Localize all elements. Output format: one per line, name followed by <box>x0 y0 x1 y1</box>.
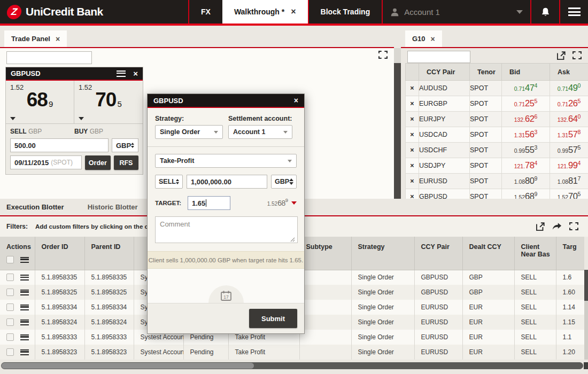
side-stepper[interactable]: SELL <box>155 175 183 189</box>
settlement-account-select[interactable]: Account 1 <box>228 125 292 139</box>
row-checkbox[interactable] <box>6 348 14 356</box>
row-checkbox[interactable] <box>6 318 14 326</box>
notifications-button[interactable] <box>531 0 559 24</box>
vertical-scrollbar[interactable] <box>584 270 588 360</box>
quote-ask[interactable]: 121.994 <box>550 158 588 174</box>
row-menu-icon[interactable] <box>20 349 29 355</box>
row-checkbox[interactable] <box>6 333 14 341</box>
quote-ask[interactable]: 0.71490 <box>550 81 588 96</box>
quote-ask[interactable]: 132.640 <box>550 112 588 127</box>
remove-row-icon[interactable]: × <box>406 112 419 127</box>
vertical-scrollbar[interactable] <box>394 48 401 199</box>
column-header-dealt-ccy[interactable]: Dealt CCY <box>462 237 514 270</box>
row-checkbox[interactable] <box>6 274 14 281</box>
ask-tile[interactable]: 1.52 705 <box>74 81 143 123</box>
remove-row-icon[interactable]: × <box>406 143 419 158</box>
horizontal-scrollbar[interactable] <box>1 362 583 369</box>
value-date-field[interactable]: 09/11/2015 (SPOT) <box>10 155 82 169</box>
remove-row-icon[interactable]: × <box>406 189 419 199</box>
quote-row[interactable]: ×EURGBPSPOT0.712550.71265 <box>406 96 588 112</box>
close-icon[interactable]: × <box>431 35 435 43</box>
quote-bid[interactable]: 1.08809 <box>502 174 550 189</box>
quote-row[interactable]: ×EURUSDSPOT1.088091.08817 <box>406 174 588 189</box>
order-ccy-stepper[interactable]: GBP <box>271 175 297 189</box>
quote-bid[interactable]: 0.71255 <box>502 96 550 112</box>
close-icon[interactable]: × <box>291 7 296 16</box>
main-menu-button[interactable] <box>560 0 588 24</box>
fullscreen-button[interactable] <box>569 222 578 231</box>
quote-bid[interactable]: 132.626 <box>502 112 550 127</box>
scrollbar-thumb[interactable] <box>2 363 254 369</box>
account-selector[interactable]: Account 1 <box>383 0 530 24</box>
column-header-tenor[interactable]: Tenor <box>470 64 502 81</box>
quote-bid[interactable]: 121.784 <box>502 158 550 174</box>
comment-textarea[interactable] <box>155 216 298 243</box>
column-header-subtype[interactable]: Subtype <box>299 237 351 270</box>
quote-bid[interactable]: 0.99553 <box>502 143 550 158</box>
remove-row-icon[interactable]: × <box>406 96 419 112</box>
quote-row[interactable]: ×USDCHFSPOT0.995530.99575 <box>406 143 588 158</box>
quote-ask[interactable]: 1.52705 <box>550 189 588 199</box>
tab-execution-blotter[interactable]: Execution Blotter <box>6 203 64 211</box>
bid-tile[interactable]: 1.52 689 <box>6 81 74 123</box>
chevron-down-icon[interactable] <box>79 117 84 120</box>
instrument-search[interactable] <box>6 51 92 64</box>
quote-row[interactable]: ×USDCADSPOT1.315631.31578 <box>406 127 588 143</box>
close-icon[interactable]: × <box>56 35 60 43</box>
remove-row-icon[interactable]: × <box>406 127 419 143</box>
quote-bid[interactable]: 1.31563 <box>502 127 550 143</box>
row-menu-icon[interactable] <box>20 320 29 325</box>
currency-stepper[interactable]: GBP <box>112 138 138 152</box>
tab-fx[interactable]: FX <box>189 0 222 24</box>
tab-walkthrough[interactable]: Walkthrough * × <box>222 0 308 24</box>
submit-button[interactable]: Submit <box>249 309 297 328</box>
column-header-actions[interactable]: Actions <box>0 237 35 270</box>
row-checkbox[interactable] <box>6 289 14 296</box>
resize-handle-icon[interactable] <box>290 237 295 242</box>
quote-ask[interactable]: 1.31578 <box>550 127 588 143</box>
search-input[interactable] <box>408 51 470 63</box>
remove-row-icon[interactable]: × <box>406 174 419 189</box>
row-checkbox[interactable] <box>6 303 14 311</box>
share-button[interactable] <box>552 222 562 231</box>
chevron-down-icon[interactable] <box>10 117 16 120</box>
column-header-ccy-pair[interactable]: CCY Pair <box>419 64 470 81</box>
pop-out-button[interactable] <box>557 51 566 60</box>
row-menu-icon[interactable] <box>20 275 29 280</box>
column-header-bid[interactable]: Bid <box>502 64 550 81</box>
column-header-client-near[interactable]: Client Near Bas <box>514 237 556 270</box>
tab-g10[interactable]: G10 × <box>405 30 442 47</box>
amount-input[interactable] <box>14 142 104 150</box>
quote-row[interactable]: ×GBPUSDSPOT1.526891.52705 <box>406 189 588 199</box>
close-icon[interactable]: × <box>294 97 298 104</box>
quote-bid[interactable]: 1.52689 <box>502 189 550 199</box>
row-menu-icon[interactable] <box>20 334 29 340</box>
quote-row[interactable]: ×USDJPYSPOT121.784121.994 <box>406 158 588 174</box>
pop-out-button[interactable] <box>536 222 545 231</box>
search-input[interactable] <box>7 52 96 64</box>
close-icon[interactable]: × <box>133 69 138 77</box>
current-rate[interactable]: 1.52689 <box>267 198 297 208</box>
row-menu-icon[interactable] <box>20 290 29 295</box>
target-rate-input[interactable]: 1.65 <box>188 196 230 210</box>
calendar-bump[interactable]: 17 <box>208 285 244 303</box>
column-header-order-id[interactable]: Order ID <box>35 237 84 270</box>
quote-bid[interactable]: 0.71474 <box>502 81 550 96</box>
menu-icon[interactable] <box>20 257 29 263</box>
tab-historic-blotter[interactable]: Historic Blotter <box>88 203 138 211</box>
scrollbar-thumb[interactable] <box>394 63 401 199</box>
tab-trade-panel[interactable]: Trade Panel × <box>4 30 67 47</box>
scrollbar-thumb[interactable] <box>584 270 588 301</box>
blotter-row[interactable]: 5.1.89583235.1.8958323Systest Account 1P… <box>0 345 584 360</box>
price-widget-header[interactable]: GBPUSD × <box>6 67 143 81</box>
quote-ask[interactable]: 0.99575 <box>550 143 588 158</box>
column-header-strategy[interactable]: Strategy <box>351 237 414 270</box>
remove-row-icon[interactable]: × <box>406 81 419 96</box>
order-amount-field[interactable]: 1,000,000.00 <box>187 175 267 189</box>
menu-icon[interactable] <box>117 71 126 77</box>
column-header-ccy-pair[interactable]: CCY Pair <box>414 237 462 270</box>
select-all-checkbox[interactable] <box>6 256 14 263</box>
column-header-ask[interactable]: Ask <box>550 64 588 81</box>
quote-search[interactable] <box>407 51 470 63</box>
quote-ask[interactable]: 0.71265 <box>550 96 588 112</box>
